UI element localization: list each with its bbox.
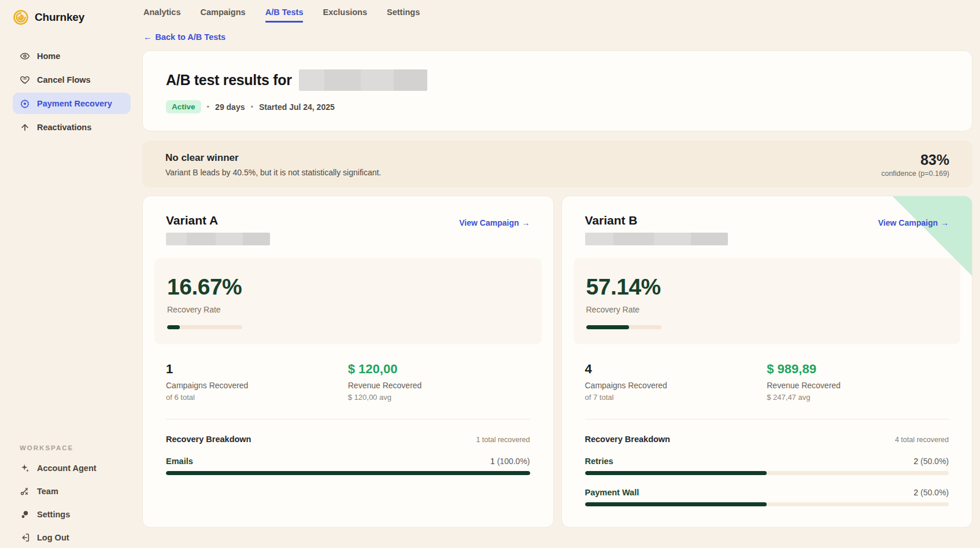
variant-a-rate-panel: 16.67% Recovery Rate: [154, 258, 542, 344]
revenue-recovered-value: $ 989,89: [767, 362, 949, 377]
brand-logo[interactable]: Churnkey: [13, 6, 131, 29]
sidebar-item-team[interactable]: Team: [13, 480, 131, 502]
revenue-recovered-label: Revenue Recovered: [348, 381, 530, 390]
arrow-up-icon: [20, 122, 30, 133]
breakdown-row-label: Emails: [166, 457, 193, 466]
tab-campaigns[interactable]: Campaigns: [200, 8, 245, 23]
sidebar: Churnkey Home Cancel Flows Payment Recov…: [0, 0, 142, 548]
variant-a-card: Variant A View Campaign → 16.67% Recover…: [142, 196, 554, 528]
top-navigation: Analytics Campaigns A/B Tests Exclusions…: [142, 0, 972, 23]
sidebar-item-label: Reactivations: [37, 123, 91, 132]
tab-ab-tests[interactable]: A/B Tests: [265, 8, 304, 23]
recovery-rate-label: Recovery Rate: [167, 305, 529, 314]
breakdown-bar-fill: [585, 471, 767, 475]
revenue-recovered-value: $ 120,00: [348, 362, 530, 377]
sidebar-item-label: Account Agent: [37, 464, 97, 473]
back-arrow-icon: ←: [143, 32, 152, 42]
breakdown-row-label: Payment Wall: [585, 488, 639, 497]
breakdown-row-payment-wall: Payment Wall 2(50.0%): [585, 488, 949, 506]
variant-b-campaigns-stat: 4 Campaigns Recovered of 7 total: [585, 362, 767, 402]
breakdown-total: 4 total recovered: [895, 436, 949, 444]
sidebar-item-label: Cancel Flows: [37, 75, 91, 84]
test-meta-row: Active • 29 days • Started Jul 24, 2025: [166, 100, 949, 113]
settings-icon: [20, 509, 30, 520]
confidence-value: 83%: [881, 152, 949, 168]
main-area: Analytics Campaigns A/B Tests Exclusions…: [142, 0, 980, 548]
variant-b-revenue-stat: $ 989,89 Revenue Recovered $ 247,47 avg: [767, 362, 949, 402]
view-campaign-label: View Campaign: [459, 218, 519, 227]
card-divider: [585, 419, 949, 420]
arrow-right-icon: →: [941, 218, 949, 227]
sidebar-item-cancel-flows[interactable]: Cancel Flows: [13, 69, 131, 90]
breakdown-row-retries: Retries 2(50.0%): [585, 457, 949, 475]
breakdown-bar: [585, 471, 949, 475]
recovery-rate-bar-fill: [586, 325, 629, 329]
breakdown-title: Recovery Breakdown: [585, 435, 670, 444]
dot-separator: •: [207, 102, 210, 111]
recovery-rate-label: Recovery Rate: [586, 305, 948, 314]
test-duration: 29 days: [215, 102, 245, 112]
banner-subtitle: Variant B leads by 40.5%, but it is not …: [165, 168, 381, 177]
sidebar-nav: Home Cancel Flows Payment Recovery React…: [13, 45, 131, 138]
app-root: Churnkey Home Cancel Flows Payment Recov…: [0, 0, 980, 548]
breakdown-row-value: 1: [490, 457, 495, 466]
campaigns-total-sub: of 6 total: [166, 393, 348, 402]
revenue-avg-sub: $ 120,00 avg: [348, 393, 530, 402]
team-icon: [20, 486, 30, 496]
sidebar-item-label: Home: [37, 52, 60, 61]
page-title: A/B test results for: [166, 72, 292, 89]
tab-settings[interactable]: Settings: [387, 8, 420, 23]
test-start-date: Started Jul 24, 2025: [259, 102, 335, 112]
sidebar-item-home[interactable]: Home: [13, 45, 131, 67]
status-badge: Active: [166, 100, 201, 113]
sidebar-item-settings[interactable]: Settings: [13, 503, 131, 525]
recovery-rate-bar: [586, 325, 661, 329]
confidence-label: confidence (p=0.169): [881, 170, 949, 178]
test-header-card: A/B test results for Active • 29 days • …: [142, 50, 972, 131]
recovery-rate-bar: [167, 325, 242, 329]
breakdown-bar: [585, 502, 949, 506]
breakdown-bar-fill: [166, 471, 530, 475]
variant-b-view-campaign-link[interactable]: View Campaign →: [878, 218, 949, 227]
sidebar-item-reactivations[interactable]: Reactivations: [13, 116, 131, 138]
revenue-recovered-label: Revenue Recovered: [767, 381, 949, 390]
tab-analytics[interactable]: Analytics: [143, 8, 180, 23]
variant-b-card: ✓ Variant B View Campaign → 57.14%: [561, 196, 973, 528]
breakdown-title: Recovery Breakdown: [166, 435, 251, 444]
sidebar-item-payment-recovery[interactable]: Payment Recovery: [13, 93, 131, 114]
breakdown-row-pct: (50.0%): [920, 457, 949, 466]
campaigns-recovered-value: 4: [585, 362, 767, 377]
sidebar-item-account-agent[interactable]: Account Agent: [13, 457, 131, 479]
sidebar-item-log-out[interactable]: Log Out: [13, 527, 131, 548]
tab-exclusions[interactable]: Exclusions: [323, 8, 367, 23]
churnkey-logo-icon: [13, 9, 29, 25]
variant-a-revenue-stat: $ 120,00 Revenue Recovered $ 120,00 avg: [348, 362, 530, 402]
workspace-label: WORKSPACE: [20, 444, 131, 451]
variant-a-view-campaign-link[interactable]: View Campaign →: [459, 218, 530, 227]
variant-a-name: Variant A: [166, 214, 270, 227]
back-link-label: Back to A/B Tests: [156, 32, 226, 42]
eye-icon: [20, 51, 30, 61]
badge-star-icon: [20, 98, 30, 109]
dot-separator: •: [250, 102, 253, 111]
breakdown-row-value: 2: [914, 457, 918, 466]
recovery-rate-bar-fill: [167, 325, 180, 329]
winner-corner-ribbon: [892, 196, 972, 276]
logout-icon: [20, 532, 30, 543]
variant-b-name: Variant B: [585, 214, 728, 227]
breakdown-row-label: Retries: [585, 457, 613, 466]
campaigns-recovered-label: Campaigns Recovered: [585, 381, 767, 390]
arrow-right-icon: →: [522, 218, 530, 227]
brand-name: Churnkey: [35, 11, 84, 24]
breakdown-row-pct: (100.0%): [497, 457, 530, 466]
card-divider: [166, 419, 530, 420]
sidebar-item-label: Settings: [37, 510, 70, 519]
redacted-campaign-name: [166, 233, 270, 245]
redacted-campaign-name: [585, 233, 728, 245]
campaigns-recovered-value: 1: [166, 362, 348, 377]
breakdown-total: 1 total recovered: [476, 436, 530, 444]
breakdown-row-pct: (50.0%): [920, 488, 949, 497]
workspace-section: WORKSPACE Account Agent Team: [13, 444, 131, 548]
breakdown-bar: [166, 471, 530, 475]
back-to-ab-tests-link[interactable]: ← Back to A/B Tests: [143, 32, 225, 42]
